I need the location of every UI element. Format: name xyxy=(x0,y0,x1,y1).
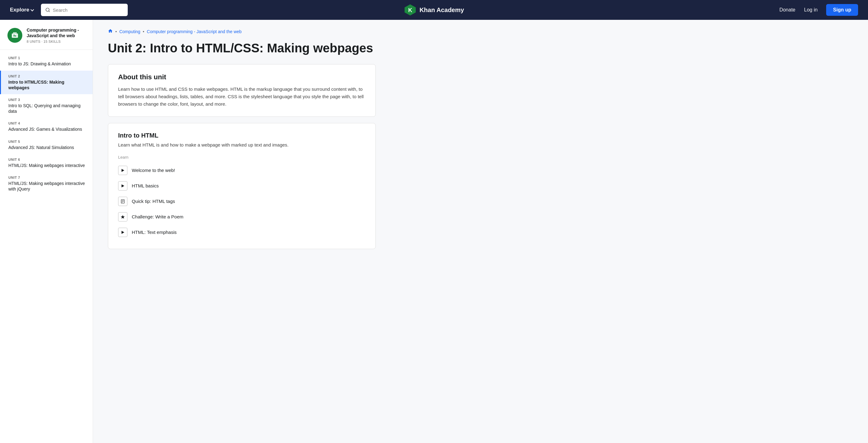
svg-marker-15 xyxy=(122,231,124,234)
explore-label: Explore xyxy=(10,7,29,13)
lesson-name-3: Quick tip: HTML tags xyxy=(132,199,175,204)
sidebar-unit-2[interactable]: UNIT 2 Intro to HTML/CSS: Making webpage… xyxy=(0,71,93,94)
course-meta: 8 UNITS · 15 SKILLS xyxy=(27,40,85,43)
page-layout: Computer programming - JavaScript and th… xyxy=(0,20,868,443)
lesson-item-5[interactable]: HTML: Text emphasis xyxy=(118,225,366,240)
navbar: Explore K Khan Academy Donate Log in Sig… xyxy=(0,0,868,20)
sidebar-unit-1[interactable]: UNIT 1 Intro to JS: Drawing & Animation xyxy=(0,53,93,70)
play-icon xyxy=(121,169,125,172)
unit-name: Intro to HTML/CSS: Making webpages xyxy=(8,79,85,91)
about-card: About this unit Learn how to use HTML an… xyxy=(108,64,376,117)
login-button[interactable]: Log in xyxy=(804,7,818,13)
sidebar-unit-4[interactable]: UNIT 4 Advanced JS: Games & Visualizatio… xyxy=(0,118,93,136)
section-title: Intro to HTML xyxy=(118,132,366,139)
about-title: About this unit xyxy=(118,73,366,81)
lesson-icon-3 xyxy=(118,197,127,206)
svg-rect-6 xyxy=(13,35,14,37)
sidebar-unit-3[interactable]: UNIT 3 Intro to SQL: Querying and managi… xyxy=(0,94,93,118)
search-box xyxy=(41,4,128,16)
unit-name: Intro to JS: Drawing & Animation xyxy=(8,61,85,67)
donate-button[interactable]: Donate xyxy=(779,7,796,13)
lesson-item-4[interactable]: Challenge: Write a Poem xyxy=(118,209,366,225)
sidebar-units: UNIT 1 Intro to JS: Drawing & Animation … xyxy=(0,53,93,196)
svg-rect-7 xyxy=(15,35,16,37)
sidebar-unit-6[interactable]: UNIT 6 HTML/JS: Making webpages interact… xyxy=(0,154,93,172)
lesson-name-2: HTML basics xyxy=(132,183,159,189)
ka-logo-icon: K xyxy=(404,4,416,16)
explore-chevron-icon xyxy=(31,8,34,11)
search-icon xyxy=(45,7,50,12)
course-icon xyxy=(7,28,22,43)
unit-name: HTML/JS: Making webpages interactive xyxy=(8,163,85,168)
svg-marker-9 xyxy=(122,184,124,188)
section-learn-label: Learn xyxy=(118,155,366,160)
sidebar-divider xyxy=(0,49,93,50)
unit-name: HTML/JS: Making webpages interactive wit… xyxy=(8,181,85,192)
breadcrumb-course[interactable]: Computer programming - JavaScript and th… xyxy=(147,29,242,34)
play-icon xyxy=(121,184,125,188)
unit-label: UNIT 4 xyxy=(8,122,85,125)
sidebar-unit-5[interactable]: UNIT 5 Advanced JS: Natural Simulations xyxy=(0,136,93,154)
lesson-icon-4 xyxy=(118,212,127,222)
unit-name: Advanced JS: Games & Visualizations xyxy=(8,126,85,132)
star-icon xyxy=(121,215,125,219)
lesson-item-3[interactable]: Quick tip: HTML tags xyxy=(118,194,366,209)
svg-line-1 xyxy=(49,11,50,12)
course-title: Computer programming - JavaScript and th… xyxy=(27,27,85,38)
explore-button[interactable]: Explore xyxy=(10,7,33,13)
unit-label: UNIT 6 xyxy=(8,158,85,161)
svg-text:K: K xyxy=(408,7,412,13)
breadcrumb-sep-1: • xyxy=(115,29,117,34)
navbar-right: Donate Log in Sign up xyxy=(779,4,858,16)
lesson-icon-5 xyxy=(118,228,127,237)
signup-button[interactable]: Sign up xyxy=(826,4,858,16)
unit-name: Intro to SQL: Querying and managing data xyxy=(8,103,85,114)
lessons-list: Welcome to the web! HTML basics Quick ti… xyxy=(118,163,366,240)
lesson-icon-1 xyxy=(118,166,127,175)
breadcrumb-home-icon[interactable] xyxy=(108,29,113,34)
breadcrumb-sep-2: • xyxy=(143,29,145,34)
search-input[interactable] xyxy=(53,7,123,13)
unit-label: UNIT 7 xyxy=(8,176,85,179)
sidebar-header: Computer programming - JavaScript and th… xyxy=(0,27,93,49)
lesson-name-1: Welcome to the web! xyxy=(132,168,175,173)
course-icon-svg xyxy=(10,31,19,40)
unit-label: UNIT 3 xyxy=(8,98,85,102)
brand-name: Khan Academy xyxy=(420,6,464,13)
breadcrumb: • Computing • Computer programming - Jav… xyxy=(108,29,376,34)
brand-logo: K Khan Academy xyxy=(404,4,464,16)
section-description: Learn what HTML is and how to make a web… xyxy=(118,142,366,149)
sidebar: Computer programming - JavaScript and th… xyxy=(0,20,93,443)
page-title: Unit 2: Intro to HTML/CSS: Making webpag… xyxy=(108,41,376,56)
breadcrumb-computing[interactable]: Computing xyxy=(119,29,141,34)
svg-marker-14 xyxy=(121,215,125,219)
play-icon xyxy=(121,231,125,234)
unit-label: UNIT 5 xyxy=(8,140,85,143)
lesson-item-1[interactable]: Welcome to the web! xyxy=(118,163,366,178)
svg-rect-5 xyxy=(13,32,17,33)
lesson-name-4: Challenge: Write a Poem xyxy=(132,214,183,219)
lesson-item-2[interactable]: HTML basics xyxy=(118,178,366,194)
sidebar-unit-7[interactable]: UNIT 7 HTML/JS: Making webpages interact… xyxy=(0,172,93,196)
main-content: • Computing • Computer programming - Jav… xyxy=(93,20,391,443)
about-text: Learn how to use HTML and CSS to make we… xyxy=(118,86,366,108)
unit-label: UNIT 1 xyxy=(8,56,85,60)
section-card: Intro to HTML Learn what HTML is and how… xyxy=(108,123,376,249)
unit-label: UNIT 2 xyxy=(8,74,85,78)
lesson-icon-2 xyxy=(118,181,127,191)
lesson-name-5: HTML: Text emphasis xyxy=(132,230,177,235)
svg-rect-4 xyxy=(12,33,18,38)
svg-marker-8 xyxy=(122,169,124,172)
unit-name: Advanced JS: Natural Simulations xyxy=(8,145,85,150)
article-icon xyxy=(121,199,125,204)
